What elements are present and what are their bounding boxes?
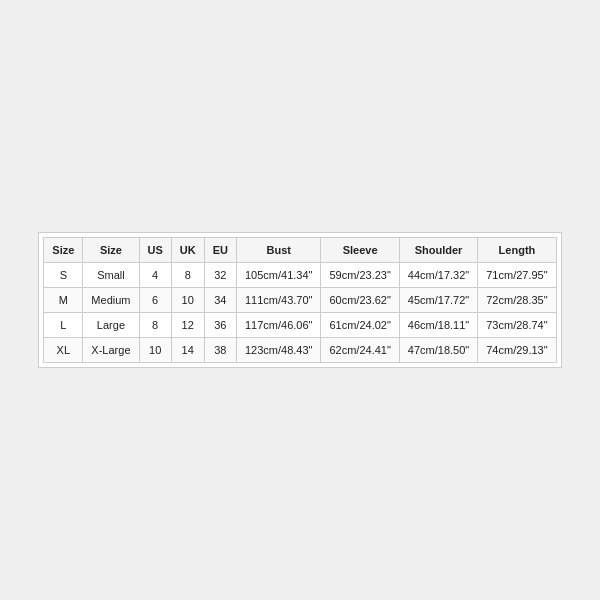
col-header-us: US — [139, 238, 171, 263]
col-header-eu: EU — [204, 238, 236, 263]
cell-us: 10 — [139, 338, 171, 363]
cell-uk: 12 — [171, 313, 204, 338]
cell-eu: 38 — [204, 338, 236, 363]
cell-eu: 32 — [204, 263, 236, 288]
cell-size-name: X-Large — [83, 338, 139, 363]
col-header-bust: Bust — [236, 238, 321, 263]
cell-sleeve: 62cm/24.41" — [321, 338, 399, 363]
cell-length: 73cm/28.74" — [478, 313, 556, 338]
cell-sleeve: 59cm/23.23" — [321, 263, 399, 288]
cell-eu: 36 — [204, 313, 236, 338]
cell-us: 6 — [139, 288, 171, 313]
cell-uk: 10 — [171, 288, 204, 313]
cell-length: 74cm/29.13" — [478, 338, 556, 363]
cell-bust: 117cm/46.06" — [236, 313, 321, 338]
cell-length: 71cm/27.95" — [478, 263, 556, 288]
col-header-shoulder: Shoulder — [399, 238, 477, 263]
cell-eu: 34 — [204, 288, 236, 313]
cell-sleeve: 60cm/23.62" — [321, 288, 399, 313]
col-header-sleeve: Sleeve — [321, 238, 399, 263]
cell-length: 72cm/28.35" — [478, 288, 556, 313]
table-row: XLX-Large101438123cm/48.43"62cm/24.41"47… — [44, 338, 556, 363]
cell-size-code: M — [44, 288, 83, 313]
cell-shoulder: 45cm/17.72" — [399, 288, 477, 313]
cell-bust: 123cm/48.43" — [236, 338, 321, 363]
cell-sleeve: 61cm/24.02" — [321, 313, 399, 338]
col-header-size-name: Size — [83, 238, 139, 263]
cell-us: 4 — [139, 263, 171, 288]
col-header-uk: UK — [171, 238, 204, 263]
cell-uk: 8 — [171, 263, 204, 288]
col-header-size-code: Size — [44, 238, 83, 263]
cell-uk: 14 — [171, 338, 204, 363]
cell-shoulder: 47cm/18.50" — [399, 338, 477, 363]
cell-size-name: Medium — [83, 288, 139, 313]
table-row: SSmall4832105cm/41.34"59cm/23.23"44cm/17… — [44, 263, 556, 288]
size-chart-table: Size Size US UK EU Bust Sleeve Shoulder … — [43, 237, 556, 363]
cell-size-name: Small — [83, 263, 139, 288]
table-header-row: Size Size US UK EU Bust Sleeve Shoulder … — [44, 238, 556, 263]
cell-bust: 105cm/41.34" — [236, 263, 321, 288]
cell-size-code: L — [44, 313, 83, 338]
cell-size-code: S — [44, 263, 83, 288]
cell-size-code: XL — [44, 338, 83, 363]
table-row: LLarge81236117cm/46.06"61cm/24.02"46cm/1… — [44, 313, 556, 338]
cell-shoulder: 44cm/17.32" — [399, 263, 477, 288]
size-chart-wrapper: Size Size US UK EU Bust Sleeve Shoulder … — [38, 232, 561, 368]
cell-us: 8 — [139, 313, 171, 338]
table-row: MMedium61034111cm/43.70"60cm/23.62"45cm/… — [44, 288, 556, 313]
cell-size-name: Large — [83, 313, 139, 338]
cell-shoulder: 46cm/18.11" — [399, 313, 477, 338]
cell-bust: 111cm/43.70" — [236, 288, 321, 313]
col-header-length: Length — [478, 238, 556, 263]
